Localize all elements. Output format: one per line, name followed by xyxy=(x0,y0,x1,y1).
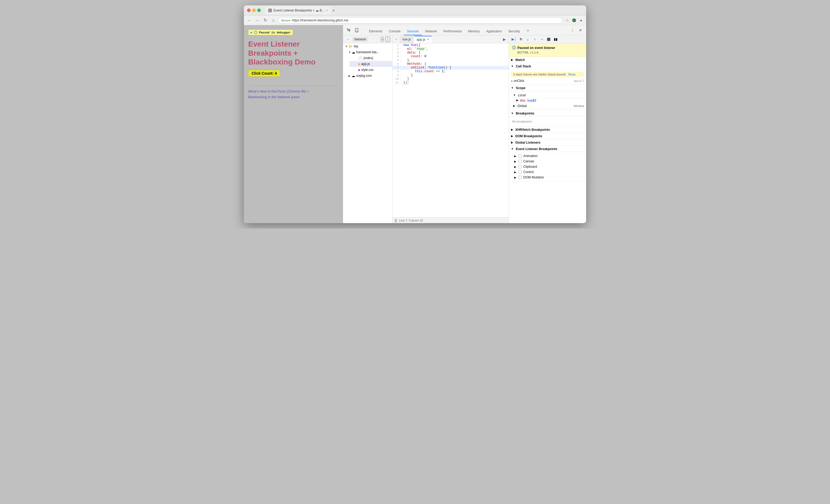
tab-close-icon[interactable]: × xyxy=(326,9,327,12)
fe-back-button[interactable]: ← xyxy=(345,37,351,42)
tab-memory[interactable]: Memory xyxy=(465,28,483,35)
evtbp-clipboard: ▶ Clipboard xyxy=(509,164,586,169)
evtbp-clipboard-label: Clipboard xyxy=(523,165,537,168)
tree-item-index[interactable]: 📄 (index) xyxy=(350,55,392,61)
tab-performance[interactable]: Performance xyxy=(440,28,465,35)
paused-notice-title: ⓘ Paused on event listener xyxy=(512,45,583,50)
home-button[interactable]: ⌂ xyxy=(270,17,277,24)
customize-button[interactable]: ⋮ xyxy=(569,27,576,34)
fe-menu-button[interactable]: ⋮ xyxy=(385,37,390,42)
global-val: Window xyxy=(574,104,584,107)
watch-expand-arrow: ▶ xyxy=(511,58,513,61)
device-toolbar-button[interactable] xyxy=(353,27,360,34)
global-section-header[interactable]: ▶ Global Window xyxy=(509,103,586,109)
evtbp-control-label: Control xyxy=(523,170,534,174)
minimize-button[interactable] xyxy=(252,8,256,12)
callstack-expand-arrow: ▼ xyxy=(511,65,514,68)
fe-more-button[interactable]: » xyxy=(381,37,384,42)
tab-network[interactable]: Network xyxy=(422,28,440,35)
callstack-label: Call Stack xyxy=(516,64,531,68)
editor-tab-appjs[interactable]: app.js ✕ xyxy=(414,36,432,43)
dom-section-header[interactable]: ▶ DOM Breakpoints xyxy=(509,133,586,139)
tab-console[interactable]: Console xyxy=(386,28,404,35)
evtbp-canvas-checkbox[interactable] xyxy=(518,160,522,163)
browser-tab[interactable]: Event Listener Breakpoints + ☁ B... × xyxy=(265,7,331,14)
watch-section-header[interactable]: ▶ Watch xyxy=(509,57,586,63)
global-listeners-section-header[interactable]: ▶ Global Listeners xyxy=(509,139,586,146)
this-val: Vue$3 xyxy=(527,99,536,102)
maximize-button[interactable] xyxy=(257,8,261,12)
file-explorer-toolbar: ← Network » ⋮ xyxy=(343,35,392,43)
evtbp-animation-checkbox[interactable] xyxy=(518,154,522,158)
global-listeners-expand-arrow: ▶ xyxy=(511,141,513,144)
tab-sources[interactable]: Sources xyxy=(404,28,422,35)
forward-button[interactable]: → xyxy=(254,17,260,24)
callstack-section-header[interactable]: ▼ Call Stack xyxy=(509,63,586,69)
evtbp-section-header[interactable]: ▼ Event Listener Breakpoints xyxy=(509,146,586,152)
blackbox-button[interactable] xyxy=(546,36,552,42)
editor-format-button[interactable]: ▶ xyxy=(501,36,508,42)
tab-security[interactable]: Security xyxy=(505,28,523,35)
url-text: https://framework-blackboxing.glitch.me xyxy=(292,19,348,22)
devtools-link[interactable]: What's New In DevTools (Chrome 66) > xyxy=(248,89,309,93)
editor-tab-nav-back[interactable]: ← xyxy=(393,37,399,41)
editor-tab-close-icon[interactable]: ✕ xyxy=(427,38,429,41)
callstack-show-link[interactable]: Show xyxy=(568,73,575,76)
tree-item-unpkg[interactable]: ▶ ☁ unpkg.com xyxy=(346,73,392,78)
code-line-7: 7 onClick: function() { xyxy=(392,66,509,69)
account-icon[interactable]: ● xyxy=(578,18,584,23)
inspector-button[interactable] xyxy=(345,27,352,34)
format-icon[interactable]: {} xyxy=(395,218,397,222)
editor-tab-vuejs[interactable]: vue.js xyxy=(400,36,413,43)
extensions-icon[interactable]: ✓ xyxy=(571,18,577,23)
reload-button[interactable]: ↻ xyxy=(262,17,268,24)
step-button[interactable]: → xyxy=(539,36,545,42)
pause-exceptions-button[interactable]: ▮▮ xyxy=(553,36,558,42)
paused-label: Paused in debugger xyxy=(259,31,291,34)
scope-content: ▼ Local ▶ this: Vue$3 ▶ Global Window xyxy=(509,91,586,110)
fe-network-tab[interactable]: Network xyxy=(352,37,368,42)
evtbp-clipboard-checkbox[interactable] xyxy=(518,165,522,168)
local-section-header[interactable]: ▼ Local xyxy=(509,92,586,98)
this-row: ▶ this: Vue$3 xyxy=(509,98,586,103)
code-content[interactable]: 1 new Vue({ 2 el: '#app', 3 xyxy=(392,43,509,217)
tree-item-top[interactable]: ▼ 📁 top xyxy=(343,43,392,49)
divider xyxy=(248,85,339,86)
code-line-10: 10 } xyxy=(392,77,509,81)
tab-application[interactable]: Application xyxy=(483,28,505,35)
close-button[interactable] xyxy=(247,8,251,12)
xhr-section-header[interactable]: ▶ XHR/fetch Breakpoints xyxy=(509,127,586,133)
scope-section-header[interactable]: ▼ Scope xyxy=(509,85,586,91)
back-button[interactable]: ← xyxy=(246,17,252,24)
blackboxing-link[interactable]: Blackboxing in the Network panel xyxy=(248,95,299,99)
bookmark-icon[interactable]: ☆ xyxy=(564,18,570,23)
code-line-11: 11 }); xyxy=(392,81,509,85)
step-out-button[interactable]: ↑ xyxy=(532,36,538,42)
code-lines: 1 new Vue({ 2 el: '#app', 3 xyxy=(392,43,509,85)
code-line-4: 4 count: 0 xyxy=(392,55,509,58)
code-line-9: 9 } xyxy=(392,73,509,77)
evtbp-dom-mutation-checkbox[interactable] xyxy=(518,176,522,179)
onclick-label: onClick xyxy=(514,79,573,83)
more-tabs-button[interactable]: » xyxy=(525,27,531,33)
cursor-position: Line 7, Column 22 xyxy=(399,219,423,222)
url-bar[interactable]: Secure https://framework-blackboxing.gli… xyxy=(278,17,563,24)
breakpoints-section-header[interactable]: ▼ Breakpoints xyxy=(509,110,586,117)
tree-item-framework[interactable]: ▼ ☁ framework-bla... xyxy=(346,49,392,55)
tree-item-stylecss[interactable]: ■ style.css xyxy=(350,67,392,73)
breakpoints-label: Breakpoints xyxy=(516,112,534,115)
resume-button[interactable]: ▶│ xyxy=(511,36,517,42)
onclick-row[interactable]: ● onClick app.js:7 xyxy=(509,78,586,84)
step-over-button[interactable]: ↻ xyxy=(518,36,524,42)
main-content: ▶ Paused in debugger Event Listener Brea… xyxy=(244,25,586,223)
evtbp-canvas-label: Canvas xyxy=(523,159,534,163)
tree-item-appjs[interactable]: ■ app.js xyxy=(350,61,392,67)
new-tab-button[interactable]: + xyxy=(331,8,336,13)
address-bar: ← → ↻ ⌂ Secure https://framework-blackbo… xyxy=(244,15,586,25)
devtools-toolbar: Elements Console Sources Network Perform… xyxy=(343,25,586,35)
evtbp-control-checkbox[interactable] xyxy=(518,170,522,174)
close-devtools-button[interactable]: ✕ xyxy=(577,27,584,34)
breakpoints-content: No breakpoints xyxy=(509,117,586,127)
tab-elements[interactable]: Elements xyxy=(366,28,386,35)
step-into-button[interactable]: ↓ xyxy=(525,36,531,42)
